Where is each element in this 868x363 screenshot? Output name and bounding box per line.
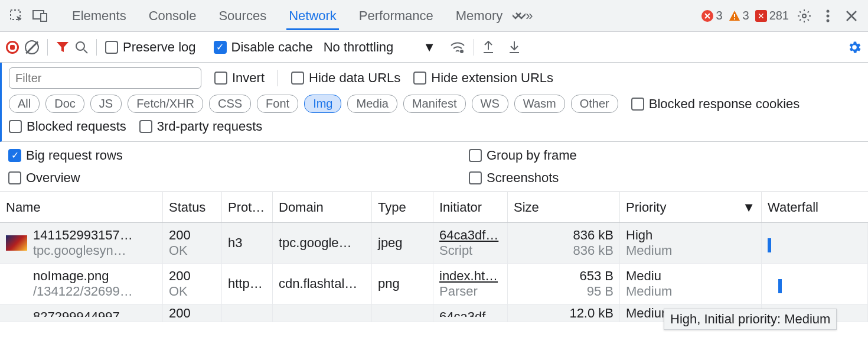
tab-console[interactable]: Console [146,1,199,30]
svg-rect-2 [41,14,47,21]
tab-sources[interactable]: Sources [216,1,269,30]
type-filter-chips: All Doc JS Fetch/XHR CSS Font Img Media … [9,95,618,113]
panel-settings-icon[interactable] [847,40,862,55]
close-icon[interactable] [840,4,863,28]
svg-rect-5 [734,18,735,20]
col-domain[interactable]: Domain [273,192,372,222]
invert-checkbox[interactable]: Invert [214,70,265,86]
blocked-cookies-checkbox[interactable]: Blocked response cookies [631,96,800,112]
chip-manifest[interactable]: Manifest [403,95,466,113]
screenshots-checkbox[interactable]: Screenshots [469,170,559,186]
group-by-frame-checkbox[interactable]: Group by frame [469,148,577,163]
chip-js[interactable]: JS [90,95,122,113]
search-icon[interactable] [75,41,88,54]
preserve-log-checkbox[interactable]: Preserve log [105,40,196,55]
svg-rect-4 [734,14,735,17]
warning-count-value: 3 [743,9,749,22]
issue-count[interactable]: ✕ 281 [755,9,789,22]
col-size[interactable]: Size [508,192,620,222]
col-waterfall[interactable]: Waterfall [762,192,868,222]
requests-table: Name Status Prot… Domain Type Initiator … [0,192,868,322]
device-toggle-icon[interactable] [28,4,52,28]
error-count-value: 3 [716,9,722,22]
initiator-link[interactable]: index.ht… [439,268,501,284]
warning-count[interactable]: 3 [729,9,749,22]
kebab-menu-icon[interactable] [816,4,840,28]
more-tabs-icon[interactable]: » [511,4,534,28]
status-counts: 3 3 ✕ 281 [701,9,789,22]
col-protocol[interactable]: Prot… [222,192,273,222]
tab-network[interactable]: Network [286,1,339,30]
chip-css[interactable]: CSS [209,95,251,113]
view-settings: Big request rows Group by frame Overview… [0,142,868,192]
chip-other[interactable]: Other [571,95,618,113]
record-button[interactable] [6,41,19,54]
export-har-icon[interactable] [482,41,494,54]
filter-bar: Invert Hide data URLs Hide extension URL… [0,63,868,142]
network-conditions-icon[interactable] [450,41,465,54]
issue-count-value: 281 [769,9,789,22]
warning-icon [729,10,740,22]
priority-tooltip: High, Initial priority: Medium [664,309,837,322]
hide-data-urls-checkbox[interactable]: Hide data URLs [291,70,400,86]
initiator-link[interactable]: 64ca3df… [439,228,501,243]
hide-extension-urls-checkbox[interactable]: Hide extension URLs [413,70,553,86]
chip-font[interactable]: Font [257,95,298,113]
disable-cache-checkbox[interactable]: Disable cache [214,40,313,55]
request-name: noImage.png [33,268,156,284]
col-name[interactable]: Name [0,192,163,222]
overview-checkbox[interactable]: Overview [8,170,80,186]
filter-toggle-icon[interactable] [56,41,69,53]
waterfall-bar [778,279,782,293]
svg-point-7 [827,9,830,12]
tab-memory[interactable]: Memory [453,1,505,30]
table-row[interactable]: noImage.png /134122/32699… 200OK http… c… [0,264,868,304]
table-header: Name Status Prot… Domain Type Initiator … [0,192,868,223]
col-initiator[interactable]: Initiator [433,192,508,222]
svg-point-11 [460,50,464,53]
filter-input[interactable] [9,67,201,89]
third-party-checkbox[interactable]: 3rd-party requests [139,119,263,134]
col-priority[interactable]: Priority▼ [620,192,762,222]
sort-desc-icon: ▼ [742,200,755,215]
col-type[interactable]: Type [372,192,433,222]
svg-point-6 [802,14,806,18]
chip-wasm[interactable]: Wasm [514,95,565,113]
import-har-icon[interactable] [508,41,520,54]
chip-doc[interactable]: Doc [45,95,84,113]
request-name: 141152993157… [33,228,133,243]
svg-point-8 [827,14,830,17]
error-count[interactable]: 3 [701,9,722,22]
request-path: /134122/32699… [33,284,156,299]
chip-all[interactable]: All [9,95,40,113]
panel-tabs: Elements Console Sources Network Perform… [70,1,505,30]
blocked-requests-checkbox[interactable]: Blocked requests [9,119,126,134]
tab-performance[interactable]: Performance [357,1,436,30]
table-row[interactable]: 141152993157… tpc.googlesyn… 200OK h3 tp… [0,223,868,264]
svg-point-9 [827,19,830,22]
devtools-tabstrip: Elements Console Sources Network Perform… [0,0,868,32]
waterfall-bar [768,238,771,252]
tab-elements[interactable]: Elements [70,1,129,30]
request-path: tpc.googlesyn… [33,243,133,258]
chip-img[interactable]: Img [304,95,341,113]
chip-ws[interactable]: WS [472,95,508,113]
chip-fetch-xhr[interactable]: Fetch/XHR [128,95,203,113]
svg-point-10 [76,42,84,50]
error-icon [701,10,713,22]
issue-icon: ✕ [755,10,767,22]
network-toolbar: Preserve log Disable cache No throttling… [0,32,868,63]
inspect-icon[interactable] [5,4,28,28]
chip-media[interactable]: Media [347,95,397,113]
chevron-down-icon: ▼ [423,40,436,55]
big-rows-checkbox[interactable]: Big request rows [8,148,123,163]
settings-gear-icon[interactable] [792,4,816,28]
request-thumbnail [6,235,27,251]
col-status[interactable]: Status [163,192,222,222]
throttling-select[interactable]: No throttling ▼ [324,40,436,55]
clear-button[interactable] [25,40,39,54]
